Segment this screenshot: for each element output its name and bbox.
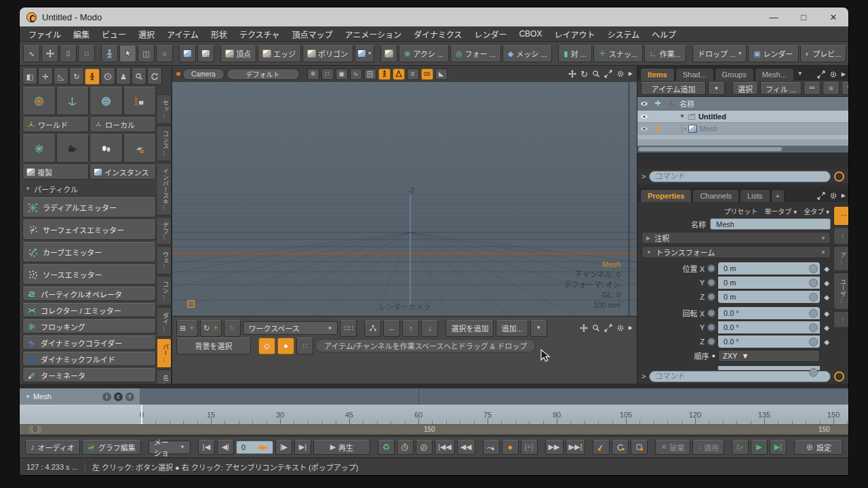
prev-key2-button[interactable]: ◀◀: [457, 440, 475, 455]
keyframe-diamond-icon[interactable]: ◆: [823, 293, 831, 301]
add-item-chevron[interactable]: ▼: [708, 82, 725, 95]
viewport-canvas[interactable]: -Z レンダーカメラ Mesh チャンネル: 0 デフォーマ: オン GL: 0…: [172, 82, 637, 316]
properties-maximize-icon[interactable]: [817, 192, 825, 200]
axis-move-icon[interactable]: [56, 87, 90, 115]
figure-overlay-icon[interactable]: [378, 68, 391, 80]
circle-toggle-icon[interactable]: ●: [277, 338, 294, 354]
viewport-settings-gear-icon[interactable]: [616, 70, 625, 78]
quadview-toggle-icon[interactable]: ∷: [321, 68, 334, 80]
track-header[interactable]: ▼ Mesh i c r: [20, 388, 140, 405]
ground-plane-icon[interactable]: [123, 134, 157, 163]
select-background-button[interactable]: 背景を選択: [176, 338, 251, 354]
cube-star-icon[interactable]: [380, 45, 397, 62]
world-axis-button[interactable]: ワールド: [22, 117, 89, 132]
camera-view-dropdown[interactable]: Camera: [182, 68, 224, 80]
play-solid-button[interactable]: ▶: [751, 440, 768, 455]
menu-file[interactable]: ファイル: [22, 28, 67, 40]
menu-edit[interactable]: 編集: [67, 28, 96, 40]
track-area[interactable]: [140, 388, 848, 405]
channel-circle-icon[interactable]: [707, 338, 715, 346]
schematic-menu-chevron-icon[interactable]: ▶: [629, 325, 633, 331]
outline-toggle-icon[interactable]: 回: [364, 68, 376, 80]
nav-down-icon[interactable]: ↓: [421, 320, 438, 337]
all-tabs-dropdown[interactable]: 全タブ ▾: [804, 206, 829, 216]
vstab-4[interactable]: ...: [833, 311, 848, 329]
step-forward-button[interactable]: |▶: [275, 440, 292, 455]
command-input[interactable]: [649, 171, 831, 182]
menu-help[interactable]: ヘルプ: [646, 28, 682, 40]
element-move-icon[interactable]: [41, 45, 58, 62]
time-marker-clock-icon[interactable]: [397, 440, 414, 455]
wireframe-toggle-icon[interactable]: ∿: [350, 68, 362, 80]
items-maximize-icon[interactable]: [817, 70, 825, 79]
corner-shade-icon[interactable]: ◣: [435, 68, 448, 80]
terminator-button[interactable]: ターミネータ: [22, 368, 156, 382]
work-plane-button[interactable]: ∟作業...: [644, 45, 686, 62]
position-x-field[interactable]: 0 m: [718, 262, 820, 274]
menu-dynamics[interactable]: ダイナミクス: [408, 28, 468, 40]
single-tab-dropdown[interactable]: 単一タブ ▾: [764, 206, 797, 216]
channel-circle-icon[interactable]: [707, 264, 715, 272]
animation-mode-dropdown[interactable]: アニメーション▼: [149, 441, 191, 454]
vtab-constraints[interactable]: コンス ...: [157, 125, 172, 161]
falloff-button[interactable]: ◎フォー ...: [450, 45, 501, 62]
refresh-add-icon[interactable]: ↻＋: [200, 320, 222, 337]
maximize-button[interactable]: □: [789, 7, 818, 26]
play-to-end-button[interactable]: ▶|: [770, 440, 787, 455]
snapping-button[interactable]: ＋スナッ...: [593, 45, 643, 62]
menu-view[interactable]: ビュー: [96, 28, 132, 40]
reset-time-icon[interactable]: ♻: [378, 440, 395, 455]
add-key-icon[interactable]: [593, 440, 610, 455]
untitled-eye-icon[interactable]: [637, 113, 651, 121]
select-expand-icon[interactable]: ⁞⁞: [60, 45, 77, 62]
apply-button[interactable]: ↓適用: [692, 440, 725, 455]
preset-label[interactable]: プリセット: [724, 206, 757, 216]
vtab-deformers[interactable]: デフ...: [157, 217, 172, 245]
tab-properties[interactable]: Properties: [640, 189, 692, 202]
pan-icon[interactable]: [568, 70, 576, 78]
nav-left-icon[interactable]: ←: [383, 320, 400, 337]
vstab-user[interactable]: ユーザ ...: [833, 272, 848, 310]
refresh-disabled-icon[interactable]: ↻: [224, 320, 241, 337]
add-more-button[interactable]: 追加...: [496, 320, 528, 337]
diamond-toggle-icon[interactable]: ◇: [258, 338, 275, 354]
time-marker-clock2-icon[interactable]: [416, 440, 433, 455]
keyframe-diamond-icon[interactable]: ◆: [823, 338, 831, 346]
command-history-circle-icon[interactable]: [834, 371, 844, 382]
track-badge-i[interactable]: i: [102, 392, 111, 401]
close-button[interactable]: ✕: [818, 7, 848, 26]
shading-style-dropdown[interactable]: デフォルト: [226, 68, 300, 80]
position-z-field[interactable]: 0 m: [718, 291, 820, 303]
keyframe-diamond-icon[interactable]: ◆: [823, 324, 831, 331]
properties-menu-chevron-icon[interactable]: ▶: [842, 193, 846, 199]
gyro-sphere-icon[interactable]: [90, 87, 123, 115]
menu-system[interactable]: システム: [601, 28, 646, 40]
tab-items[interactable]: Items: [640, 68, 675, 81]
stamp-icon[interactable]: ♟: [116, 68, 131, 85]
vstab-current[interactable]: ⋮: [833, 206, 848, 226]
basic-cube-icon[interactable]: ◧: [22, 68, 37, 85]
menu-cbox[interactable]: CBOX: [513, 29, 548, 39]
capsule-toggle-icon[interactable]: 0: [407, 68, 419, 80]
tree-horizontal-scrollbar[interactable]: [637, 146, 848, 152]
curve-emitter-button[interactable]: カーブエミッター: [22, 242, 156, 262]
vtab-commands[interactable]: コン ...: [157, 276, 172, 306]
tree-layout-icon[interactable]: [364, 320, 381, 337]
tool-search-icon[interactable]: [132, 68, 146, 85]
timeline-ruler[interactable]: 0 15 30 45 60 75 90 105 120 135 150: [20, 405, 848, 424]
graph-editor-button[interactable]: グラフ編集: [82, 440, 141, 455]
rotation-x-field[interactable]: 0.0 °: [718, 307, 820, 319]
add-selection-button[interactable]: 選択を追加: [446, 320, 494, 337]
bake-key-icon[interactable]: [631, 440, 648, 455]
select-button[interactable]: 選択: [732, 82, 758, 95]
add-item-button[interactable]: アイテム追加: [641, 82, 706, 95]
dots-toggle-icon[interactable]: ∷: [296, 338, 313, 354]
duplicate-button[interactable]: 複製: [22, 165, 89, 180]
vertex-mode-button[interactable]: 頂点: [220, 45, 256, 62]
mask-icon[interactable]: ◫: [138, 45, 155, 62]
tree-row-untitled[interactable]: ▼Untitled: [637, 110, 848, 123]
element-action-icon[interactable]: ∿: [23, 45, 40, 62]
rotation-order-dropdown[interactable]: ZXY▼: [718, 350, 820, 362]
tab-groups[interactable]: Groups: [715, 68, 754, 81]
light-item-icon[interactable]: [90, 134, 123, 163]
